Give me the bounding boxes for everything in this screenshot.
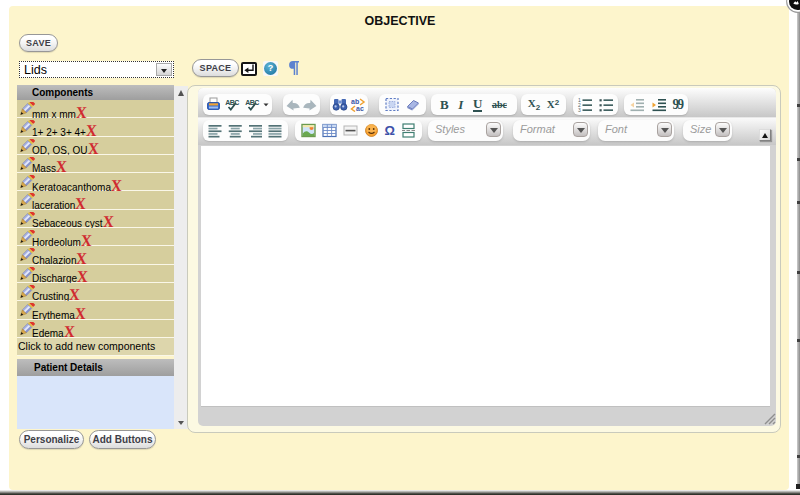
svg-text:ABC: ABC — [226, 99, 240, 106]
svg-text:ac: ac — [356, 105, 364, 112]
svg-text:3: 3 — [578, 107, 581, 112]
svg-text:ABC: ABC — [245, 99, 259, 106]
svg-text:ab: ab — [351, 98, 359, 105]
